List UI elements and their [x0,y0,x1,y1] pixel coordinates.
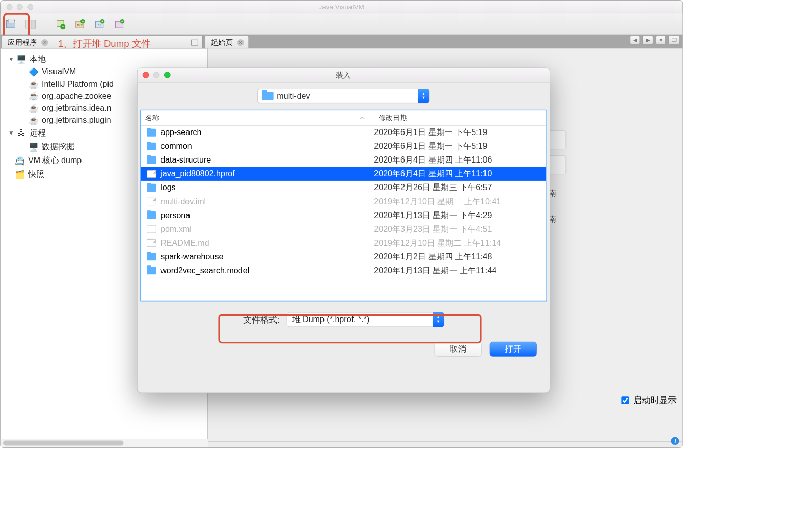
path-bar: multi-dev ▲▼ [138,83,550,109]
sort-asc-icon: ㅅ [360,115,364,121]
dropdown-stepper-icon[interactable]: ▲▼ [418,89,429,103]
svg-text:JMX: JMX [76,23,83,26]
coredump-icon: 📇 [15,156,25,165]
file-row[interactable]: app-search2020年6月1日 星期一 下午5:19 [141,126,546,140]
dropdown-stepper-icon[interactable]: ▲▼ [433,312,444,327]
column-header-date[interactable]: 修改日期 [374,110,546,125]
file-format-value: 堆 Dump (*.hprof, *.*) [287,314,433,325]
tab-label: 应用程序 [8,38,37,47]
start-page-fragment: 南 南 [549,130,566,232]
file-row[interactable]: persona2020年1月13日 星期一 下午4:29 [141,208,546,222]
file-date: 2019年12月10日 星期二 上午10:41 [374,196,546,207]
svg-text:+: + [62,24,64,29]
folder-icon [147,129,156,137]
tree-label: org.jetbrains.idea.n [42,103,112,113]
horizontal-scrollbar[interactable] [1,439,208,441]
file-row[interactable]: word2vec_search.model2020年1月13日 星期一 上午11… [141,263,546,277]
file-name: word2vec_search.model [160,265,249,275]
file-row[interactable]: common2020年6月1日 星期一 下午5:19 [141,140,546,153]
open-dump-button[interactable] [3,16,19,32]
file-format-label: 文件格式: [243,314,280,326]
file-name: spark-warehouse [160,252,223,261]
dialog-titlebar: 装入 [138,68,550,83]
caret-down-icon: ▼ [8,129,13,137]
file-date: 2020年3月23日 星期一 下午4:51 [374,224,546,235]
tree-label: 快照 [28,169,44,180]
tree-label: 远程 [30,127,46,139]
info-icon[interactable]: i [671,437,679,445]
toolbar-button-2[interactable] [23,16,39,32]
tree-label: 数据挖掘 [42,141,74,152]
host-icon: 🖥️ [29,143,39,151]
file-icon [147,198,156,205]
tree-node-local[interactable]: ▼ 🖥️ 本地 [1,52,207,66]
svg-text:01: 01 [98,23,101,26]
show-on-startup-checkbox[interactable]: 启动时显示 [621,394,676,406]
tab-label: 起始页 [211,38,233,47]
add-coredump-button[interactable]: 01+ [92,16,108,32]
close-tab-icon[interactable]: ✕ [237,39,245,46]
window-title: Java VisualVM [1,3,682,10]
file-name: logs [160,183,175,193]
file-row[interactable]: README.md2019年12月10日 星期二 上午11:14 [141,236,546,250]
file-date: 2020年6月1日 星期一 下午5:19 [374,141,546,152]
add-host-button[interactable]: + [52,16,68,32]
tab-nav-controls: ◀ ▶ ▾ ❐ [630,36,680,44]
tab-start-page[interactable]: 起始页 ✕ [204,36,249,48]
folder-icon [147,156,156,164]
close-tab-icon[interactable]: ✕ [41,39,48,46]
add-snapshot-button[interactable]: + [112,16,128,32]
tab-nav-next-button[interactable]: ▶ [643,36,653,44]
file-format-select[interactable]: 堆 Dump (*.hprof, *.*) ▲▼ [287,312,444,327]
file-date: 2020年1月13日 星期一 下午4:29 [374,210,546,221]
network-icon: 🖧 [17,129,26,138]
tab-maximize-button[interactable]: ❐ [668,36,680,44]
file-row[interactable]: spark-warehouse2020年1月2日 星期四 上午11:48 [141,250,546,263]
java-process-icon: ☕ [29,79,39,88]
file-date: 2020年1月13日 星期一 上午11:44 [374,265,546,276]
tab-nav-prev-button[interactable]: ◀ [630,36,640,44]
column-header-name[interactable]: 名称 ㅅ [141,110,374,125]
file-format-row: 文件格式: 堆 Dump (*.hprof, *.*) ▲▼ [243,306,444,333]
file-name: README.md [160,238,209,248]
folder-icon [147,184,156,192]
add-jmx-button[interactable]: JMX+ [72,16,88,32]
file-date: 2020年6月4日 星期四 上午11:10 [374,168,546,179]
file-row[interactable]: data-structure2020年6月4日 星期四 上午11:06 [141,153,546,167]
svg-text:+: + [82,19,84,23]
peek-text: 南 [549,206,566,232]
file-name: multi-dev.iml [160,197,206,206]
tab-dropdown-button[interactable]: ▾ [656,36,666,44]
file-row[interactable]: logs2020年2月26日 星期三 下午6:57 [141,181,546,195]
file-name: app-search [160,128,201,138]
caret-down-icon: ▼ [8,56,13,63]
cancel-button[interactable]: 取消 [435,342,482,357]
folder-icon [147,211,156,219]
main-window: Java VisualVM + JMX+ 01+ + 应用程序 ✕ [0,0,683,448]
file-date: 2020年6月4日 星期四 上午11:06 [374,154,546,166]
svg-text:+: + [121,19,124,23]
file-name: common [160,142,192,151]
java-process-icon: ☕ [29,92,39,100]
file-date: 2019年12月10日 星期二 上午11:14 [374,237,546,249]
svg-rect-3 [31,20,35,28]
java-process-icon: ☕ [29,104,39,113]
tree-label: 本地 [30,54,46,65]
folder-select[interactable]: multi-dev ▲▼ [257,89,429,103]
checkbox-input[interactable] [621,396,629,404]
window-mode-icon[interactable] [191,39,198,45]
file-list: 名称 ㅅ 修改日期 app-search2020年6月1日 星期一 下午5:19… [140,110,547,302]
file-row[interactable]: java_pid80802.hprof2020年6月4日 星期四 上午11:10 [141,167,546,181]
file-row[interactable]: multi-dev.iml2019年12月10日 星期二 上午10:41 [141,195,546,208]
folder-icon [147,143,156,150]
file-date: 2020年6月1日 星期一 下午5:19 [374,127,546,138]
open-button[interactable]: 打开 [490,342,537,357]
annotation-text: 1、打开堆 Dump 文件 [58,38,151,50]
peek-text: 南 [549,180,566,206]
file-name: pom.xml [160,224,192,234]
file-icon [147,170,156,178]
file-date: 2020年2月26日 星期三 下午6:57 [374,182,546,193]
titlebar: Java VisualVM [1,1,682,13]
file-row[interactable]: pom.xml2020年3月23日 星期一 下午4:51 [141,222,546,236]
file-name: persona [160,210,190,220]
